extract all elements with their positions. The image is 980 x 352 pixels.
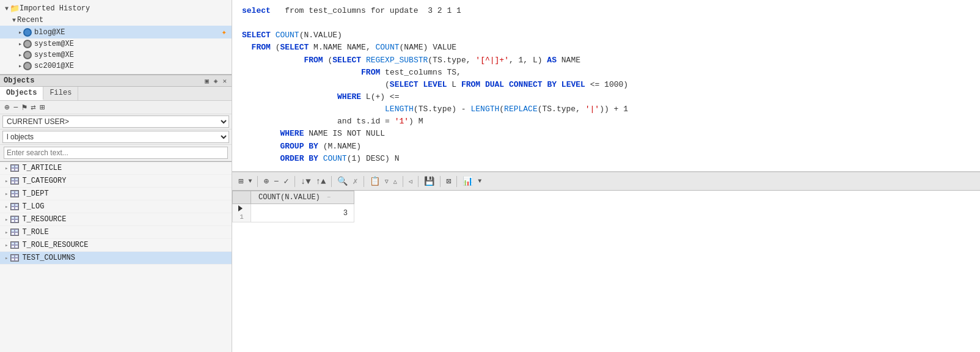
toolbar-save-btn[interactable]: 💾 (423, 176, 436, 186)
table-grid-icon (10, 229, 19, 236)
system-xe-2-label: system@XE (34, 51, 74, 59)
table-name-t-resource: T_RESOURCE (22, 215, 66, 224)
item-arrow: ▸ (5, 204, 8, 210)
toolbar-sep-5 (403, 176, 403, 187)
sql-line-1: SELECT COUNT(N.VALUE) (242, 29, 970, 42)
sql-line-9: WHERE NAME IS NOT NULL (242, 128, 970, 140)
toolbar-sep-3 (331, 176, 332, 187)
col-pin-icon[interactable]: − (327, 194, 331, 201)
toolbar-remove-row-btn[interactable]: − (272, 177, 280, 186)
toolbar-sort-down-btn[interactable]: ↓▼ (299, 177, 312, 186)
sql-line-10: GROUP BY (M.NAME) (242, 141, 970, 153)
table-grid-icon (10, 241, 19, 249)
tree-blog-xe[interactable]: ▸ blog@XE ✦ (0, 26, 232, 38)
item-arrow: ▸ (5, 242, 8, 249)
table-grid-icon (10, 190, 19, 197)
toolbar-sep-2 (294, 176, 295, 187)
sql-line-3: FROM (SELECT REGEXP_SUBSTR(TS.type, '[^|… (242, 54, 970, 67)
toolbar-sep-4 (364, 176, 364, 187)
tree-arrow-recent: ▼ (12, 17, 16, 24)
toolbar-search-btn[interactable]: 🔍 (336, 176, 349, 186)
table-grid-icon (10, 216, 19, 223)
objects-toolbar: ⊕ − ⚑ ⇄ ⊞ (0, 101, 232, 114)
left-panel: ▼ 📁 Imported History ▼ Recent ▸ blog@XE … (0, 0, 232, 352)
table-name-test-columns: TEST_COLUMNS (22, 254, 75, 262)
toolbar-copy-btn[interactable]: 📋 (368, 176, 381, 186)
objects-tabs: Objects Files (0, 87, 232, 101)
toolbar-grid-btn[interactable]: ⊞ (39, 102, 45, 112)
result-cell-count: 3 (251, 204, 354, 222)
star-icon: ✦ (222, 27, 227, 37)
tree-section: ▼ 📁 Imported History ▼ Recent ▸ blog@XE … (0, 0, 232, 75)
list-item-t-resource[interactable]: ▸ T_RESOURCE (0, 213, 232, 226)
list-item-t-article[interactable]: ▸ T_ARTICLE (0, 162, 232, 175)
toolbar-confirm-btn[interactable]: ✓ (282, 176, 290, 186)
item-arrow: ▸ (5, 165, 8, 172)
user-dropdown[interactable]: CURRENT USER> (2, 116, 229, 128)
table-name-t-article: T_ARTICLE (22, 164, 62, 172)
sql-editor[interactable]: select from test_columns for update 3 2 … (232, 0, 980, 172)
tree-sc2001-xe[interactable]: ▸ sc2001@XE (0, 61, 232, 72)
tree-imported-history[interactable]: ▼ 📁 Imported History (0, 2, 232, 15)
user-dropdown-row: CURRENT USER> (0, 114, 232, 130)
result-area: COUNT(N.VALUE) − 1 3 (232, 191, 980, 352)
toolbar-remove-btn[interactable]: − (12, 103, 18, 112)
sql-line-4: FROM test_columns TS, (242, 67, 970, 79)
filter-dropdown[interactable]: l objects (2, 131, 229, 143)
toolbar-sep-1 (257, 176, 258, 187)
tree-arrow-sys2: ▸ (18, 51, 22, 59)
toolbar-export-btn[interactable]: ⊠ (445, 176, 452, 186)
toolbar-dropdown-arrow[interactable]: ▼ (247, 178, 253, 185)
table-grid-icon (10, 203, 19, 210)
result-toolbar: ⊞ ▼ ⊕ − ✓ ↓▼ ↑▲ 🔍 ✗ 📋 ▽ △ ◁ 💾 ⊠ 📊 ▼ (232, 172, 980, 191)
item-arrow: ▸ (5, 229, 8, 236)
toolbar-filter-up-btn[interactable]: △ (392, 178, 398, 185)
tab-files[interactable]: Files (43, 87, 78, 100)
tab-objects[interactable]: Objects (0, 87, 43, 100)
toolbar-clear-btn[interactable]: ✗ (351, 176, 359, 186)
table-name-t-role: T_ROLE (22, 228, 48, 237)
sql-line-5: (SELECT LEVEL L FROM DUAL CONNECT BY LEV… (242, 79, 970, 91)
list-item-t-role-resource[interactable]: ▸ T_ROLE_RESOURCE (0, 239, 232, 252)
toolbar-filter-down-btn[interactable]: ▽ (384, 178, 390, 185)
tree-system-xe-1[interactable]: ▸ system@XE (0, 38, 232, 50)
tree-arrow-blog: ▸ (18, 29, 22, 36)
header-close-btn[interactable]: ✕ (221, 77, 228, 85)
result-table: COUNT(N.VALUE) − 1 3 (232, 191, 354, 222)
list-item-t-dept[interactable]: ▸ T_DEPT (0, 188, 232, 200)
table-list: ▸ T_ARTICLE ▸ T_CATEGORY ▸ (0, 162, 232, 352)
toolbar-nav-left-btn[interactable]: ◁ (408, 178, 414, 185)
list-item-t-role[interactable]: ▸ T_ROLE (0, 226, 232, 239)
header-square-btn[interactable]: ▣ (203, 77, 210, 85)
toolbar-refresh-btn[interactable]: ⇄ (30, 102, 36, 112)
toolbar-add-btn[interactable]: ⊕ (4, 102, 10, 112)
table-name-t-role-resource: T_ROLE_RESOURCE (22, 241, 88, 249)
sql-line-0: select from test_columns for update 3 2 … (242, 5, 970, 17)
tree-system-xe-2[interactable]: ▸ system@XE (0, 50, 232, 61)
objects-panel: Objects ▣ ◈ ✕ Objects Files ⊕ − ⚑ ⇄ ⊞ CU… (0, 75, 232, 162)
objects-title: Objects (4, 76, 34, 85)
table-grid-icon (10, 164, 19, 172)
toolbar-sep-7 (440, 176, 441, 187)
list-item-test-columns[interactable]: ▸ TEST_COLUMNS (0, 252, 232, 265)
toolbar-flag-btn[interactable]: ⚑ (21, 102, 27, 112)
toolbar-grid-icon[interactable]: ⊞ (237, 176, 244, 186)
tree-arrow-sc: ▸ (18, 62, 22, 70)
tree-arrow-sys1: ▸ (18, 40, 22, 48)
sql-line-11: ORDER BY COUNT(1) DESC) N (242, 153, 970, 165)
table-name-t-log: T_LOG (22, 202, 44, 211)
search-input[interactable] (4, 147, 228, 159)
sql-line-6: WHERE L(+) <= (242, 91, 970, 103)
toolbar-add-row-btn[interactable]: ⊕ (262, 176, 269, 186)
item-arrow: ▸ (5, 191, 8, 197)
header-pin-btn[interactable]: ◈ (213, 77, 219, 85)
list-item-t-category[interactable]: ▸ T_CATEGORY (0, 175, 232, 188)
toolbar-chart-dropdown-btn[interactable]: ▼ (477, 178, 483, 185)
item-arrow: ▸ (5, 255, 8, 262)
toolbar-chart-btn[interactable]: 📊 (461, 176, 474, 186)
list-item-t-log[interactable]: ▸ T_LOG (0, 200, 232, 213)
objects-header: Objects ▣ ◈ ✕ (0, 75, 232, 87)
tree-recent[interactable]: ▼ Recent (0, 15, 232, 26)
db-icon-sc (23, 62, 32, 70)
toolbar-sort-up-btn[interactable]: ↑▲ (315, 177, 327, 186)
